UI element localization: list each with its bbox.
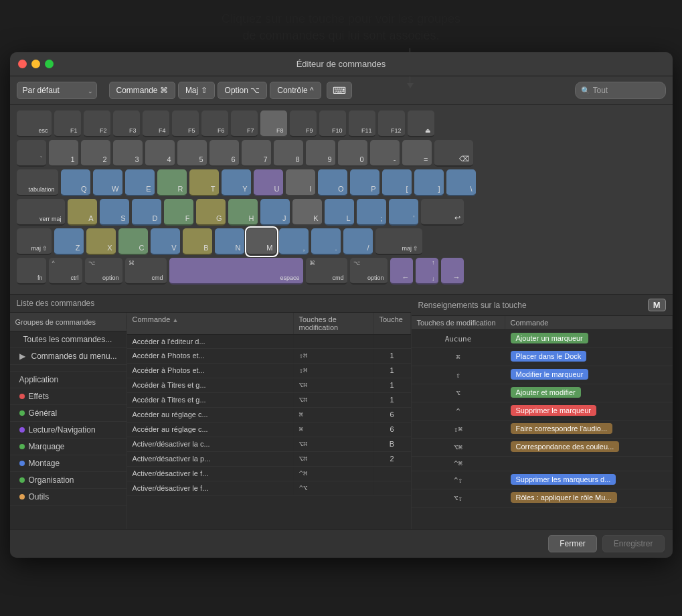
key-g[interactable]: G [196,199,226,226]
key-backslash[interactable]: \ [446,169,476,196]
key-period[interactable]: . [311,228,341,255]
maximize-button[interactable] [45,60,54,68]
key-semicolon[interactable]: ; [357,199,386,226]
table-row[interactable]: Activer/désactiver la p... ⌥⌘ 2 [127,452,411,467]
key-esc[interactable]: esc [17,110,52,137]
mod-control-button[interactable]: Contrôle ^ [270,82,321,99]
key-p[interactable]: P [350,169,379,196]
key-comma[interactable]: , [279,228,309,255]
key-f10[interactable]: F10 [319,110,346,137]
key-k[interactable]: K [292,199,322,226]
key-8[interactable]: 8 [274,140,303,167]
mod-command-button[interactable]: Commande ⌘ [109,82,175,99]
key-f7[interactable]: F7 [231,110,258,137]
key-lbracket[interactable]: [ [382,169,412,196]
key-e[interactable]: E [125,169,155,196]
key-space[interactable]: espace [169,258,303,285]
key-f2[interactable]: F2 [84,110,110,137]
preset-select-wrapper[interactable]: Par défaut [17,82,97,99]
key-7[interactable]: 7 [242,140,271,167]
table-row[interactable]: Accéder à Titres et g... ⌥⌘ 1 [127,378,411,393]
key-i[interactable]: I [286,169,315,196]
table-row[interactable]: Activer/désactiver la c... ⌥⌘ B [127,437,411,452]
table-row[interactable]: Accéder à Photos et... ⇧⌘ 1 [127,349,411,364]
key-n[interactable]: N [215,228,244,255]
key-l[interactable]: L [325,199,354,226]
group-effets[interactable]: Effets [10,388,126,405]
key-eject[interactable]: ⏏ [408,110,434,137]
group-application[interactable]: Application [10,372,126,388]
close-button[interactable]: Fermer [548,535,597,552]
group-all-commands[interactable]: Toutes les commandes... [10,331,126,348]
key-equals[interactable]: = [402,140,432,167]
key-f5[interactable]: F5 [172,110,199,137]
key-backtick[interactable]: ` [17,140,46,167]
key-f4[interactable]: F4 [143,110,169,137]
key-9[interactable]: 9 [306,140,335,167]
key-slash[interactable]: / [343,228,373,255]
table-row[interactable]: ^⇧ Supprimer les marqueurs d... [412,471,673,489]
key-right[interactable]: → [441,258,464,285]
table-row[interactable]: Aucune Ajouter un marqueur [412,330,673,348]
key-shift-right[interactable]: maj ⇧ [375,228,422,255]
key-t[interactable]: T [189,169,219,196]
key-tab[interactable]: tabulation [17,169,58,196]
key-s[interactable]: S [100,199,129,226]
save-button[interactable]: Enregistrer [602,535,665,552]
table-row[interactable]: ⌘ Placer dans le Dock [412,348,673,366]
close-button[interactable] [18,60,27,68]
key-y[interactable]: Y [222,169,251,196]
key-f12[interactable]: F12 [378,110,405,137]
key-backspace[interactable]: ⌫ [434,140,473,167]
key-z[interactable]: Z [54,228,84,255]
table-row[interactable]: ⌥⌘ Correspondance des couleu... [412,439,673,457]
table-row[interactable]: ⌥ Ajouter et modifier [412,384,673,402]
table-row[interactable]: Accéder au réglage c... ⌘ 6 [127,408,411,422]
key-rbracket[interactable]: ] [414,169,444,196]
key-3[interactable]: 3 [113,140,143,167]
table-row[interactable]: ^ Supprimer le marqueur [412,402,673,420]
key-h[interactable]: H [228,199,258,226]
key-6[interactable]: 6 [209,140,239,167]
key-left[interactable]: ← [390,258,413,285]
key-c[interactable]: C [118,228,148,255]
table-row[interactable]: Accéder à Photos et... ⇧⌘ 1 [127,364,411,378]
key-r[interactable]: R [157,169,187,196]
group-organisation[interactable]: Organisation [10,472,126,489]
table-row[interactable]: ⌥⇧ Rôles : appliquer le rôle Mu... [412,489,673,508]
group-outils[interactable]: Outils [10,489,126,506]
mod-option-button[interactable]: Option ⌥ [218,82,268,99]
table-row[interactable]: Accéder à l'éditeur d... [127,335,411,349]
minimize-button[interactable] [31,60,40,68]
key-return[interactable]: ↩ [421,199,464,226]
search-input[interactable] [593,86,660,95]
key-u[interactable]: U [254,169,283,196]
key-4[interactable]: 4 [145,140,175,167]
table-row[interactable]: Accéder au réglage c... ⌘ 6 [127,422,411,437]
preset-select[interactable]: Par défaut [17,82,97,99]
key-f3[interactable]: F3 [113,110,140,137]
group-lecture[interactable]: Lecture/Navigation [10,422,126,439]
key-cmd-right[interactable]: ⌘cmd [306,258,347,285]
keyboard-icon-button[interactable]: ⌨ [327,82,352,99]
key-cmd-left[interactable]: ⌘cmd [125,258,167,285]
key-minus[interactable]: - [370,140,400,167]
table-row[interactable]: Activer/désactiver le f... ^⌥ [127,481,411,496]
table-row[interactable]: ⇧ Modifier le marqueur [412,366,673,384]
key-updown[interactable]: ↑↓ [416,258,438,285]
key-w[interactable]: W [93,169,122,196]
key-ctrl[interactable]: ^ctrl [49,258,82,285]
key-f[interactable]: F [164,199,193,226]
key-1[interactable]: 1 [49,140,78,167]
key-b[interactable]: B [183,228,212,255]
table-row[interactable]: Activer/désactiver le f... ^⌘ [127,467,411,481]
group-montage[interactable]: Montage [10,455,126,472]
group-menu-commands[interactable]: ▶ Commandes du menu... [10,348,126,365]
key-d[interactable]: D [132,199,161,226]
key-m[interactable]: M [247,228,276,255]
key-f1[interactable]: F1 [54,110,81,137]
key-f11[interactable]: F11 [349,110,375,137]
key-o[interactable]: O [318,169,347,196]
key-2[interactable]: 2 [81,140,110,167]
mod-maj-button[interactable]: Maj ⇧ [178,82,215,99]
